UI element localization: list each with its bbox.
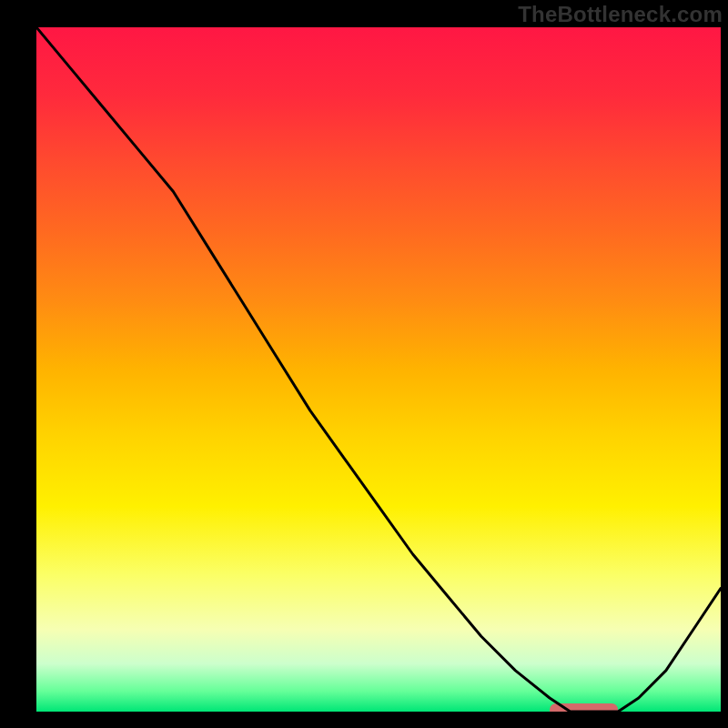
plot-area	[36, 27, 721, 712]
chart-frame: TheBottleneck.com	[0, 0, 728, 728]
brand-watermark: TheBottleneck.com	[518, 2, 723, 27]
svg-rect-0	[36, 27, 721, 712]
plot-svg	[36, 27, 721, 712]
